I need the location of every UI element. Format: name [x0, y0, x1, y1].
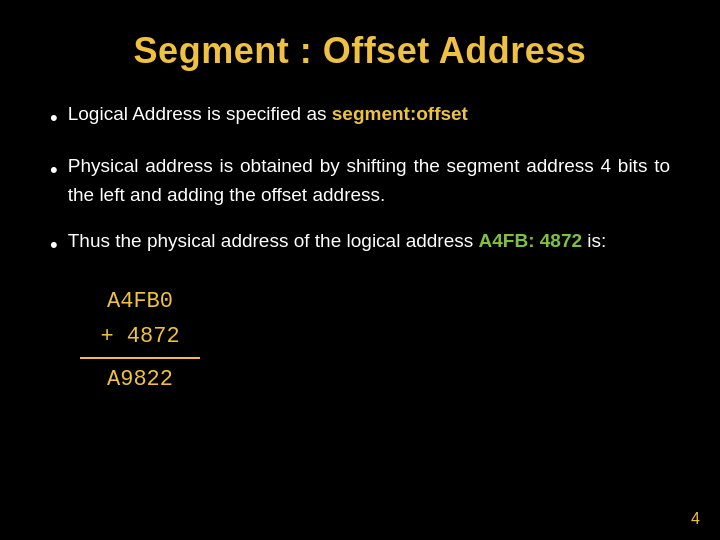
bullet1-bold: segment:offset [332, 103, 468, 124]
bullet3-end: is: [582, 230, 606, 251]
calc-line1: A4FB0 [80, 285, 200, 318]
bullet-dot-2: • [50, 153, 58, 186]
bullet3-highlight: A4FB: 4872 [479, 230, 583, 251]
bullet-text-2: Physical address is obtained by shifting… [68, 152, 670, 209]
bullet-item-2: • Physical address is obtained by shifti… [50, 152, 670, 209]
bullet-text-1: Logical Address is specified as segment:… [68, 100, 670, 129]
bullet-dot-1: • [50, 101, 58, 134]
bullet-dot-3: • [50, 228, 58, 261]
slide: Segment : Offset Address • Logical Addre… [0, 0, 720, 540]
bullet1-plain: Logical Address is specified as [68, 103, 332, 124]
bullet-item-1: • Logical Address is specified as segmen… [50, 100, 670, 134]
bullet-item-3: • Thus the physical address of the logic… [50, 227, 670, 396]
slide-title: Segment : Offset Address [50, 30, 670, 72]
bullet-text-3: Thus the physical address of the logical… [68, 227, 670, 256]
calc-line2: + 4872 [80, 320, 200, 353]
page-number: 4 [691, 510, 700, 528]
calculation-block: A4FB0 + 4872 A9822 [80, 285, 200, 396]
bullet3-plain: Thus the physical address of the logical… [68, 230, 479, 251]
bullet-list: • Logical Address is specified as segmen… [50, 100, 670, 510]
calc-divider [80, 357, 200, 359]
calc-line3: A9822 [80, 363, 200, 396]
